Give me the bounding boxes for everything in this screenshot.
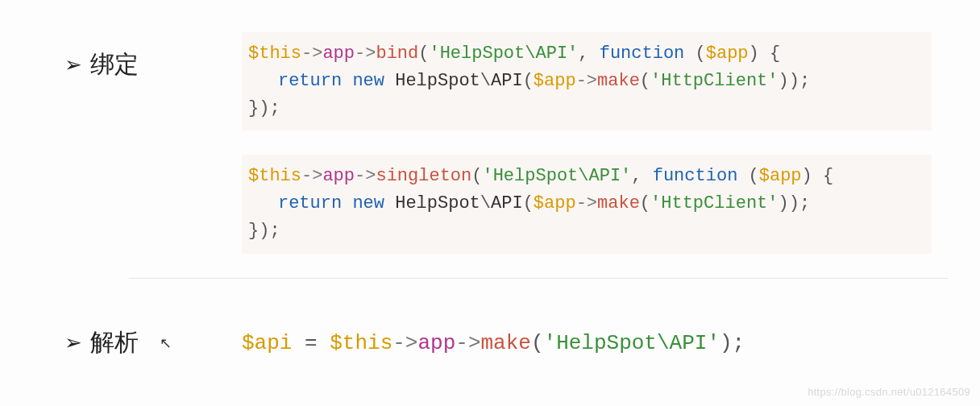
section-resolve: ➢ 解析 ↖ $api = $this->app->make('HelpSpot… [0,319,980,367]
watermark: https://blog.csdn.net/u012164509 [808,386,970,398]
code-line: }); [248,218,925,245]
bullet-label-bind: 绑定 [90,48,139,81]
code-line: return new HelpSpot\API($app->make('Http… [248,190,925,218]
divider [129,278,948,279]
code-block-bind: $this->app->bind('HelpSpot\API', functio… [242,32,932,130]
code-line: $this->app->singleton('HelpSpot\API', fu… [248,163,925,190]
cursor-icon: ↖ [160,334,172,352]
bullet-label-resolve: 解析 [90,326,139,359]
code-line: $this->app->bind('HelpSpot\API', functio… [248,40,925,68]
code-line: $api = $this->app->make('HelpSpot\API'); [242,327,932,359]
code-block-make: $api = $this->app->make('HelpSpot\API'); [242,319,932,367]
code-line: }); [248,95,925,122]
section-bind: ➢ 绑定 $this->app->bind('HelpSpot\API', fu… [0,0,980,130]
code-block-singleton: $this->app->singleton('HelpSpot\API', fu… [242,155,932,253]
bullet-bind: ➢ 绑定 [0,32,242,81]
bullet-resolve: ➢ 解析 ↖ [0,326,242,359]
bullet-mark: ➢ [64,330,82,355]
code-line: return new HelpSpot\API($app->make('Http… [248,68,925,95]
bullet-mark: ➢ [64,52,82,77]
